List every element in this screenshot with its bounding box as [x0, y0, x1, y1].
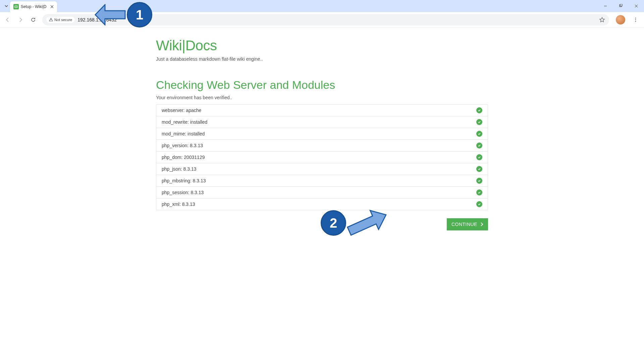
check-ok-icon: [476, 154, 482, 160]
section-title: Checking Web Server and Modules: [156, 78, 488, 92]
continue-label: CONTINUE: [451, 222, 477, 227]
check-ok-icon: [476, 201, 482, 207]
check-row: php_version: 8.3.13: [156, 140, 488, 152]
check-row: php_session: 8.3.13: [156, 187, 488, 198]
check-ok-icon: [476, 178, 482, 184]
security-chip[interactable]: Not secure: [46, 17, 75, 23]
check-label: php_mbstring: 8.3.13: [162, 178, 206, 183]
svg-point-3: [635, 19, 636, 20]
page-body: Wiki|Docs Just a databaseless markdown f…: [0, 27, 644, 230]
arrow-right-icon: [17, 17, 23, 23]
check-ok-icon: [476, 142, 482, 149]
check-label: php_session: 8.3.13: [162, 190, 204, 195]
minimize-icon: [603, 4, 607, 8]
check-row: mod_mime: installed: [156, 128, 488, 140]
window-maximize-button[interactable]: [613, 1, 629, 11]
check-row: php_json: 8.3.13: [156, 163, 488, 175]
tab-close-button[interactable]: [50, 5, 54, 8]
maximize-icon: [619, 4, 623, 8]
check-label: mod_mime: installed: [162, 131, 205, 136]
check-row: php_mbstring: 8.3.13: [156, 175, 488, 187]
tab-favicon: [13, 4, 19, 9]
check-ok-icon: [476, 131, 482, 137]
section-subtitle: Your environment has been verified..: [156, 95, 488, 100]
nav-forward-button[interactable]: [15, 14, 26, 25]
annotation-badge-2: 2: [321, 210, 346, 236]
warning-icon: [49, 18, 53, 22]
brand-title: Wiki|Docs: [156, 38, 488, 54]
arrow-up-right-icon: [344, 208, 391, 238]
check-label: webserver: apache: [162, 108, 201, 113]
profile-avatar[interactable]: [616, 15, 625, 24]
bookmark-button[interactable]: [599, 17, 605, 23]
annotation-step-1: 1: [93, 2, 152, 27]
nav-back-button[interactable]: [2, 14, 13, 25]
check-label: php_version: 8.3.13: [162, 143, 203, 148]
continue-button[interactable]: CONTINUE: [447, 218, 488, 230]
chevron-down-icon: [4, 4, 8, 8]
close-icon: [634, 4, 638, 8]
check-label: php_dom: 20031129: [162, 155, 205, 160]
check-list: webserver: apachemod_rewrite: installedm…: [156, 104, 488, 210]
check-ok-icon: [476, 166, 482, 172]
browser-menu-button[interactable]: [630, 17, 641, 22]
check-row: webserver: apache: [156, 105, 488, 116]
chevron-right-icon: [481, 222, 483, 226]
reload-icon: [30, 17, 36, 23]
svg-point-2: [635, 17, 636, 18]
nav-reload-button[interactable]: [28, 14, 39, 25]
check-label: php_xml: 8.3.13: [162, 202, 195, 207]
window-controls: [598, 1, 644, 11]
check-ok-icon: [476, 107, 482, 113]
tab-title: Setup - Wiki|D: [21, 4, 46, 9]
kebab-icon: [633, 17, 638, 22]
star-icon: [599, 17, 605, 23]
check-row: php_dom: 20031129: [156, 152, 488, 163]
window-close-button[interactable]: [629, 1, 644, 11]
close-icon: [50, 5, 54, 8]
svg-rect-1: [620, 4, 622, 6]
arrow-left-icon: [5, 17, 11, 23]
arrow-left-icon: [93, 4, 127, 25]
browser-tab[interactable]: Setup - Wiki|D: [10, 1, 57, 12]
check-ok-icon: [476, 189, 482, 195]
check-label: mod_rewrite: installed: [162, 119, 207, 125]
security-label: Not secure: [54, 18, 72, 22]
tabs-dropdown-button[interactable]: [3, 2, 10, 10]
check-label: php_json: 8.3.13: [162, 166, 197, 172]
svg-point-4: [635, 21, 636, 22]
window-minimize-button[interactable]: [598, 1, 613, 11]
brand-tagline: Just a databaseless markdown flat-file w…: [156, 56, 488, 62]
annotation-step-2: 2: [321, 208, 391, 238]
annotation-badge-1: 1: [127, 2, 152, 27]
check-row: mod_rewrite: installed: [156, 116, 488, 128]
check-ok-icon: [476, 119, 482, 125]
